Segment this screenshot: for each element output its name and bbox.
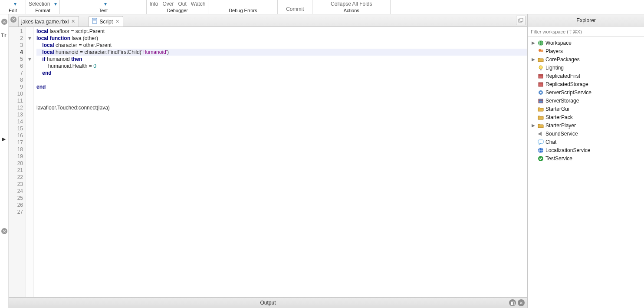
ribbon-item[interactable]: Selection	[29, 1, 50, 7]
tree-item-label: StarterGui	[545, 106, 569, 112]
code-line[interactable]	[36, 139, 527, 146]
explorer-tree[interactable]: ▶WorkspacePlayers▶CorePackagesLightingRe…	[528, 37, 644, 308]
ribbon-group-actions[interactable]: Collapse All FoldsActions	[312, 0, 391, 14]
code-line[interactable]	[36, 90, 527, 97]
tree-expand-icon[interactable]: ▶	[531, 40, 536, 45]
dropdown-icon[interactable]: ▾	[104, 1, 107, 7]
code-line[interactable]	[36, 209, 527, 215]
tree-item-starterpack[interactable]: StarterPack	[528, 113, 644, 121]
ribbon-item[interactable]: Collapse All Folds	[331, 1, 372, 7]
output-popout-icon[interactable]: ◧	[509, 299, 516, 306]
svg-rect-12	[539, 74, 543, 78]
code-line[interactable]: end	[36, 83, 527, 90]
fold-marker	[26, 104, 33, 111]
code-line[interactable]	[36, 132, 527, 139]
fold-marker[interactable]: ▼	[26, 56, 33, 63]
fold-marker[interactable]: ▼	[26, 35, 33, 42]
tree-expand-icon[interactable]: ▶	[531, 123, 536, 128]
dropdown-icon[interactable]: ▾	[54, 1, 57, 7]
fold-marker	[26, 90, 33, 97]
tree-item-chat[interactable]: Chat	[528, 138, 644, 146]
tree-item-serverstorage[interactable]: ServerStorage	[528, 96, 644, 105]
tree-item-serverscriptservice[interactable]: ServerScriptService	[528, 88, 644, 96]
code-line[interactable]	[36, 153, 527, 160]
code-line[interactable]	[36, 97, 527, 104]
tree-item-label: Players	[545, 48, 563, 54]
close-left-dock2-icon[interactable]: ✕	[1, 228, 7, 234]
code-editor[interactable]: 1234567891011121314151617181920212223242…	[9, 27, 527, 297]
ribbon-item[interactable]: Into	[149, 1, 158, 7]
tree-item-label: CorePackages	[545, 56, 580, 63]
code-line[interactable]	[36, 125, 527, 132]
code-line[interactable]	[36, 195, 527, 202]
ribbon-group-debugger[interactable]: IntoOverOutWatchDebugger	[147, 0, 208, 14]
ribbon-group-format[interactable]: Selection▾Format	[26, 0, 60, 14]
output-panel-header[interactable]: Output ◧ ✕	[9, 297, 527, 308]
tree-expand-icon[interactable]: ▶	[531, 57, 536, 62]
line-number: 20	[9, 160, 23, 167]
file-tab[interactable]: jakes lava game.rbxl✕	[18, 16, 79, 26]
svg-rect-20	[538, 140, 543, 143]
expand-left-icon[interactable]: ▶	[2, 136, 6, 142]
code-line[interactable]	[36, 188, 527, 195]
code-line[interactable]: local humanoid = character:FindFirstChil…	[36, 49, 527, 56]
tree-item-starterplayer[interactable]: ▶StarterPlayer	[528, 121, 644, 129]
code-line[interactable]	[36, 160, 527, 167]
popout-button[interactable]	[516, 16, 526, 25]
ribbon-item[interactable]: Commit	[286, 6, 304, 12]
output-close-icon[interactable]: ✕	[518, 299, 525, 306]
tree-item-label: StarterPlayer	[545, 123, 576, 129]
left-dock-label: Tir	[1, 33, 6, 38]
code-line[interactable]: end	[36, 70, 527, 76]
tree-item-startergui[interactable]: StarterGui	[528, 105, 644, 113]
code-line[interactable]	[36, 167, 527, 174]
ribbon-item[interactable]: Out	[178, 1, 186, 7]
code-line[interactable]: if humanoid then	[36, 56, 527, 63]
ribbon-group-debug-errors[interactable]: Debug Errors	[208, 0, 278, 14]
code-content[interactable]: local lavafloor = script.Parentlocal fun…	[34, 27, 527, 297]
tabstrip-close-icon[interactable]: ✕	[10, 17, 16, 23]
ribbon-item[interactable]: Over	[162, 1, 174, 7]
code-line[interactable]: lavafloor.Touched:connect(lava)	[36, 104, 527, 111]
code-line[interactable]: local function lava (other)	[36, 35, 527, 42]
tree-item-localizationservice[interactable]: LocalizationService	[528, 146, 644, 154]
tab-close-icon[interactable]: ✕	[115, 19, 120, 24]
code-line[interactable]	[36, 181, 527, 188]
tree-item-replicatedstorage[interactable]: ReplicatedStorage	[528, 80, 644, 88]
package-icon	[537, 73, 544, 79]
tree-item-soundservice[interactable]: SoundService	[528, 129, 644, 138]
code-line[interactable]	[36, 118, 527, 125]
tree-item-replicatedfirst[interactable]: ReplicatedFirst	[528, 72, 644, 80]
code-line[interactable]	[36, 76, 527, 83]
tree-item-players[interactable]: Players	[528, 47, 644, 55]
code-line[interactable]: local character = other.Parent	[36, 42, 527, 49]
dropdown-icon[interactable]: ▾	[14, 1, 16, 7]
line-number: 8	[9, 76, 23, 83]
tree-item-label: ServerStorage	[545, 98, 579, 104]
tree-item-corepackages[interactable]: ▶CorePackages	[528, 55, 644, 63]
popout-icon	[518, 18, 523, 23]
code-line[interactable]	[36, 111, 527, 118]
tree-item-lighting[interactable]: Lighting	[528, 63, 644, 72]
ribbon-item[interactable]: Watch	[191, 1, 206, 7]
tree-item-label: ReplicatedFirst	[545, 73, 580, 79]
explorer-panel: Explorer ▶WorkspacePlayers▶CorePackagesL…	[528, 14, 644, 308]
tree-item-workspace[interactable]: ▶Workspace	[528, 39, 644, 47]
ribbon-group-commit[interactable]: Commit	[278, 0, 312, 14]
explorer-filter-input[interactable]	[528, 26, 644, 36]
tree-item-testservice[interactable]: TestService	[528, 154, 644, 162]
code-line[interactable]	[36, 202, 527, 209]
code-line[interactable]	[36, 146, 527, 153]
code-line[interactable]	[36, 174, 527, 181]
line-number: 24	[9, 188, 23, 195]
close-left-dock-icon[interactable]: ✕	[1, 19, 7, 25]
script-tab[interactable]: Script✕	[89, 16, 123, 26]
ribbon-group-edit[interactable]: ▾Edit	[0, 0, 26, 14]
ribbon-group-test[interactable]: ▾Test	[60, 0, 147, 14]
code-line[interactable]: local lavafloor = script.Parent	[36, 28, 527, 35]
line-number: 18	[9, 146, 23, 153]
fold-gutter[interactable]: ▼▼	[26, 27, 34, 297]
line-number: 7	[9, 70, 23, 76]
code-line[interactable]: humanoid.Health = 0	[36, 63, 527, 70]
tab-close-icon[interactable]: ✕	[70, 19, 76, 24]
